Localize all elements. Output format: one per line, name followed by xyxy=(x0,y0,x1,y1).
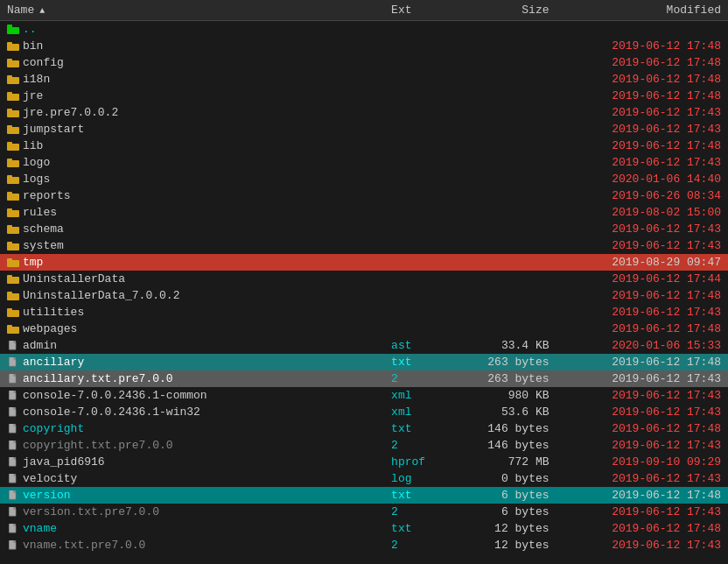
file-name-text: system xyxy=(23,239,64,252)
col-header-ext[interactable]: Ext xyxy=(384,0,455,21)
table-row[interactable]: ancillarytxt263 bytes2019-06-12 17:48 xyxy=(0,354,728,370)
file-size: 263 bytes xyxy=(455,370,556,387)
table-row[interactable]: copyright.txt.pre7.0.02146 bytes2019-06-… xyxy=(0,437,728,454)
table-row[interactable]: logs2020-01-06 14:40 xyxy=(0,171,728,187)
folder-icon xyxy=(7,41,19,51)
file-name: vname.txt.pre7.0.0 xyxy=(0,537,384,553)
file-size: 0 bytes xyxy=(455,470,556,487)
table-row[interactable]: jumpstart2019-06-12 17:43 xyxy=(0,121,728,137)
file-modified: 2019-06-12 17:48 xyxy=(556,420,728,437)
file-name: copyright xyxy=(0,420,384,437)
table-row[interactable]: console-7.0.0.2436.1-commonxml980 KB2019… xyxy=(0,387,728,404)
file-name-text: webpages xyxy=(23,322,77,335)
file-name-text: reports xyxy=(23,189,71,202)
file-name: logs xyxy=(0,171,384,187)
table-row[interactable]: copyrighttxt146 bytes2019-06-12 17:48 xyxy=(0,420,728,437)
file-name: version.txt.pre7.0.0 xyxy=(0,504,384,520)
file-name-text: UninstallerData xyxy=(23,272,125,286)
svg-rect-5 xyxy=(7,59,12,62)
file-modified: 2019-06-12 17:43 xyxy=(556,237,728,254)
file-icon xyxy=(7,341,19,350)
file-list-table: Name Ext Size Modified ..bin2019-06-12 1… xyxy=(0,0,728,553)
file-modified: 2020-01-06 14:40 xyxy=(556,171,728,187)
table-row[interactable]: config2019-06-12 17:48 xyxy=(0,54,728,71)
file-icon xyxy=(7,507,19,517)
table-row[interactable]: vname.txt.pre7.0.0212 bytes2019-06-12 17… xyxy=(0,537,728,553)
file-modified: 2019-06-12 17:43 xyxy=(556,504,728,520)
file-size: 6 bytes xyxy=(455,504,556,520)
file-size xyxy=(455,271,556,287)
file-ext xyxy=(384,171,455,187)
file-icon xyxy=(7,407,19,417)
file-size: 33.4 KB xyxy=(455,337,556,354)
table-row[interactable]: adminast33.4 KB2020-01-06 15:33 xyxy=(0,337,728,354)
file-modified: 2019-08-29 09:47 xyxy=(556,254,728,271)
svg-rect-37 xyxy=(7,325,12,328)
file-ext xyxy=(384,321,455,337)
table-row[interactable]: UninstallerData2019-06-12 17:44 xyxy=(0,271,728,287)
table-row[interactable]: vnametxt12 bytes2019-06-12 17:48 xyxy=(0,520,728,537)
file-name: UninstallerData xyxy=(0,271,384,287)
table-row[interactable]: version.txt.pre7.0.026 bytes2019-06-12 1… xyxy=(0,504,728,520)
table-row[interactable]: java_pid6916hprof772 MB2019-09-10 09:29 xyxy=(0,454,728,470)
file-ext: xml xyxy=(384,404,455,420)
file-name-text: i18n xyxy=(23,73,50,86)
table-row[interactable]: UninstallerData_7.0.0.22019-06-12 17:48 xyxy=(0,287,728,304)
file-name-text: jumpstart xyxy=(23,123,84,136)
file-size xyxy=(455,104,556,121)
svg-rect-1 xyxy=(7,25,12,28)
file-size xyxy=(455,121,556,137)
file-size: 146 bytes xyxy=(455,437,556,454)
col-header-modified[interactable]: Modified xyxy=(556,0,728,21)
table-row[interactable]: lib2019-06-12 17:48 xyxy=(0,137,728,154)
table-row[interactable]: jre2019-06-12 17:48 xyxy=(0,88,728,104)
table-row[interactable]: console-7.0.0.2436.1-win32xml53.6 KB2019… xyxy=(0,404,728,420)
file-size: 263 bytes xyxy=(455,354,556,370)
table-row[interactable]: webpages2019-06-12 17:48 xyxy=(0,321,728,337)
table-row[interactable]: bin2019-06-12 17:48 xyxy=(0,38,728,54)
col-header-name[interactable]: Name xyxy=(0,0,384,21)
file-size xyxy=(455,204,556,221)
file-name-text: .. xyxy=(23,23,37,36)
file-modified: 2019-06-12 17:48 xyxy=(556,287,728,304)
file-name: i18n xyxy=(0,71,384,88)
folder-icon xyxy=(7,174,19,184)
file-size: 12 bytes xyxy=(455,537,556,553)
table-row[interactable]: system2019-06-12 17:43 xyxy=(0,237,728,254)
file-name-text: jre xyxy=(23,89,43,102)
table-row[interactable]: tmp2019-08-29 09:47 xyxy=(0,254,728,271)
file-icon xyxy=(7,357,19,367)
file-ext xyxy=(384,104,455,121)
file-name-text: console-7.0.0.2436.1-common xyxy=(23,389,207,402)
table-row[interactable]: jre.pre7.0.0.22019-06-12 17:43 xyxy=(0,104,728,121)
table-row[interactable]: logo2019-06-12 17:43 xyxy=(0,154,728,171)
svg-rect-27 xyxy=(7,242,12,245)
file-icon xyxy=(7,490,19,500)
table-row[interactable]: .. xyxy=(0,21,728,39)
table-row[interactable]: velocitylog0 bytes2019-06-12 17:43 xyxy=(0,470,728,487)
file-name: jre.pre7.0.0.2 xyxy=(0,104,384,121)
table-row[interactable]: rules2019-08-02 15:00 xyxy=(0,204,728,221)
table-row[interactable]: versiontxt6 bytes2019-06-12 17:48 xyxy=(0,487,728,504)
file-name: ancillary.txt.pre7.0.0 xyxy=(0,370,384,387)
col-header-size[interactable]: Size xyxy=(455,0,556,21)
file-name-text: console-7.0.0.2436.1-win32 xyxy=(23,405,200,419)
svg-rect-29 xyxy=(7,258,12,262)
folder-icon xyxy=(7,158,19,167)
table-row[interactable]: i18n2019-06-12 17:48 xyxy=(0,71,728,88)
file-name: rules xyxy=(0,204,384,221)
file-ext xyxy=(384,304,455,321)
table-row[interactable]: schema2019-06-12 17:43 xyxy=(0,221,728,237)
file-size xyxy=(455,21,556,39)
table-row[interactable]: utilities2019-06-12 17:43 xyxy=(0,304,728,321)
file-name: jre xyxy=(0,88,384,104)
file-name: webpages xyxy=(0,321,384,337)
file-name-text: copyright xyxy=(23,422,84,435)
file-ext xyxy=(384,54,455,71)
table-row[interactable]: reports2019-06-26 08:34 xyxy=(0,187,728,204)
file-name-text: ancillary xyxy=(23,356,84,369)
file-ext: txt xyxy=(384,487,455,504)
file-name: lib xyxy=(0,137,384,154)
file-size: 53.6 KB xyxy=(455,404,556,420)
table-row[interactable]: ancillary.txt.pre7.0.02263 bytes2019-06-… xyxy=(0,370,728,387)
